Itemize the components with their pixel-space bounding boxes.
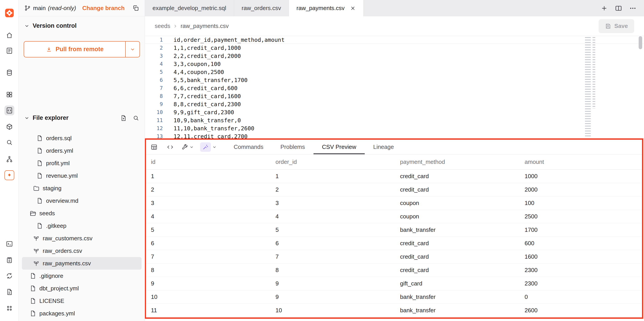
copy-icon[interactable] — [132, 4, 139, 12]
dbt-badge-icon[interactable] — [4, 170, 14, 180]
tree-item-label: .gitignore — [39, 272, 63, 280]
csv-row: 88credit_card2300 — [146, 264, 642, 277]
csv-cell: 1000 — [520, 173, 643, 180]
editor-tabbar: example_develop_metric.sql raw_orders.cs… — [145, 0, 644, 16]
clipboard-icon[interactable] — [4, 255, 14, 265]
terminal-icon[interactable] — [4, 239, 14, 249]
tree-item-label: packages.yml — [39, 310, 75, 317]
csv-row: 11credit_card1000 — [146, 170, 642, 183]
tree-item-orders-sql[interactable]: orders.sql — [22, 132, 142, 144]
csv-cell: 1700 — [520, 226, 643, 233]
line-text: 2,2,credit_card,2000 — [174, 53, 241, 59]
version-control-header[interactable]: Version control — [24, 22, 77, 29]
tab-raw-payments-csv[interactable]: raw_payments.csv — [289, 0, 364, 16]
file-icon — [36, 160, 43, 166]
database-icon[interactable] — [4, 68, 14, 78]
tree-item-gitignore[interactable]: .gitignore — [22, 270, 142, 282]
change-branch-link[interactable]: Change branch — [82, 5, 124, 12]
breadcrumb-folder[interactable]: seeds — [155, 22, 170, 30]
csv-cell: bank_transfer — [395, 294, 520, 300]
csv-cell: 100 — [520, 200, 643, 206]
csv-cell: 10 — [146, 294, 270, 300]
line-number: 2 — [145, 45, 163, 51]
grid-icon[interactable] — [4, 90, 14, 100]
tree-item-orders-yml[interactable]: orders.yml — [22, 144, 142, 157]
cube-icon[interactable] — [4, 122, 14, 132]
build-tools-dropdown[interactable] — [181, 144, 194, 150]
tree-item-revenue-yml[interactable]: revenue.yml — [22, 170, 142, 182]
file-icon — [30, 310, 36, 317]
tab-raw-orders-csv[interactable]: raw_orders.csv — [234, 0, 289, 16]
fork-icon[interactable] — [4, 154, 14, 164]
file-icon — [36, 147, 43, 154]
csv-cell: 2 — [146, 186, 270, 193]
line-number: 8 — [145, 93, 163, 99]
tree-item-label: raw_payments.csv — [43, 260, 91, 267]
tree-item-label: orders.yml — [46, 147, 73, 154]
editor-lines: 1 id,order_id,payment_method,amount 2 1,… — [145, 36, 644, 138]
tab-label: example_develop_metric.sql — [152, 5, 226, 12]
line-text: 4,4,coupon,2500 — [174, 69, 224, 75]
file-icon — [36, 198, 43, 204]
csv-rows: 11credit_card100022credit_card200033coup… — [146, 170, 642, 317]
new-tab-icon[interactable] — [600, 5, 608, 12]
pull-options-caret[interactable] — [126, 42, 140, 57]
apps-icon[interactable] — [4, 303, 14, 313]
panel-toolbar: CommandsProblemsCSV PreviewLineage — [146, 140, 642, 154]
tree-item-dbt-project-yml[interactable]: dbt_project.yml — [22, 282, 142, 294]
save-button[interactable]: Save — [598, 19, 634, 33]
tree-item-profit-yml[interactable]: profit.yml — [22, 157, 142, 170]
csv-row: 66credit_card600 — [146, 237, 642, 250]
tree-item-raw-payments-csv[interactable]: raw_payments.csv — [22, 257, 142, 270]
tree-item-packages-yml[interactable]: packages.yml — [22, 307, 142, 320]
pull-from-remote-main[interactable]: Pull from remote — [24, 42, 126, 57]
tree-item-license[interactable]: LICENSE — [22, 294, 142, 307]
split-view-icon[interactable] — [615, 5, 622, 12]
line-number: 1 — [145, 37, 163, 43]
code-view-icon[interactable] — [165, 142, 175, 152]
logs-icon[interactable] — [4, 46, 14, 56]
panel-tab-csv-preview[interactable]: CSV Preview — [314, 140, 365, 154]
tabbar-actions — [600, 0, 644, 16]
tree-item-staging[interactable]: staging — [22, 182, 142, 194]
table-view-icon[interactable] — [149, 142, 159, 152]
csv-cell: 11 — [146, 307, 270, 314]
panel-tab-commands[interactable]: Commands — [225, 140, 272, 154]
chevron-down-icon — [212, 145, 217, 149]
tree-item-gitkeep[interactable]: .gitkeep — [22, 220, 142, 232]
file-tree: orders.sql orders.yml profit.yml revenue… — [19, 132, 145, 320]
csv-row: 99gift_card2300 — [146, 277, 642, 290]
save-label: Save — [614, 22, 628, 30]
search-icon[interactable] — [132, 115, 139, 122]
tree-item-raw-orders-csv[interactable]: raw_orders.csv — [22, 244, 142, 257]
sync-icon[interactable] — [4, 271, 14, 281]
document-icon[interactable] — [4, 287, 14, 297]
minimap[interactable] — [585, 37, 596, 136]
code-editor-icon[interactable] — [4, 106, 14, 115]
csv-cell: 2600 — [520, 307, 643, 314]
more-icon[interactable] — [629, 5, 636, 12]
tree-item-label: seeds — [39, 210, 55, 217]
new-file-icon[interactable] — [120, 115, 127, 122]
chevron-down-icon — [24, 23, 30, 28]
editor-line: 3 2,2,credit_card,2000 — [145, 52, 644, 60]
save-icon — [605, 23, 611, 29]
tab-example-develop-metric-sql[interactable]: example_develop_metric.sql — [145, 0, 234, 16]
code-editor[interactable]: 1 id,order_id,payment_method,amount 2 1,… — [145, 36, 644, 138]
file-explorer-header[interactable]: File explorer — [24, 114, 139, 122]
tab-close-icon[interactable] — [350, 5, 356, 11]
tree-item-seeds[interactable]: seeds — [22, 207, 142, 220]
pull-from-remote-button[interactable]: Pull from remote — [24, 41, 140, 58]
panel-tab-problems[interactable]: Problems — [272, 140, 314, 154]
csv-row: 44coupon2500 — [146, 210, 642, 223]
csv-cell: 9 — [270, 280, 395, 287]
line-text: 6,6,credit_card,600 — [174, 85, 238, 92]
home-icon[interactable] — [4, 30, 14, 40]
ai-assist-dropdown[interactable] — [200, 142, 217, 152]
tree-item-overview-md[interactable]: overview.md — [22, 194, 142, 207]
editor-scrollbar-thumb[interactable] — [639, 36, 642, 49]
search-explore-icon[interactable] — [4, 138, 14, 147]
tree-item-raw-customers-csv[interactable]: raw_customers.csv — [22, 232, 142, 244]
minimap-marks — [585, 37, 591, 136]
panel-tab-lineage[interactable]: Lineage — [365, 140, 402, 154]
